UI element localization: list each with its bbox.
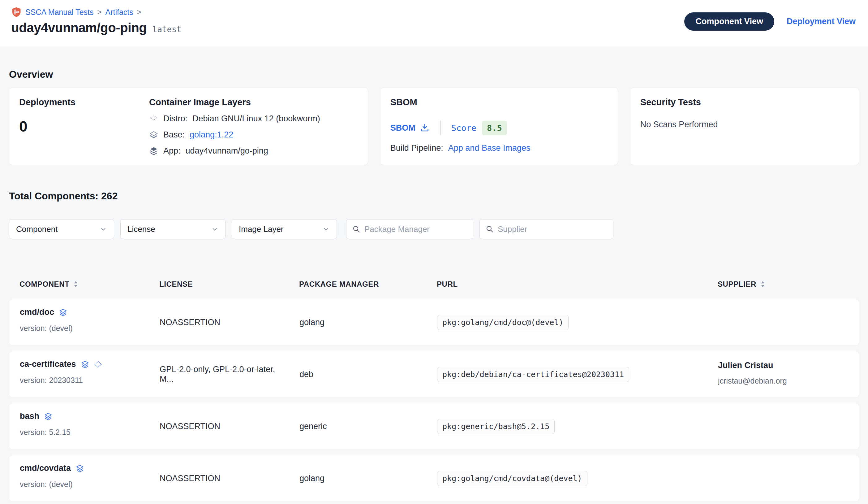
layers-icon	[81, 360, 89, 369]
license-column-label: LICENSE	[159, 280, 193, 289]
security-tests-label: Security Tests	[640, 97, 849, 108]
divider	[440, 120, 441, 135]
purl-chip: pkg:golang/cmd/covdata@(devel)	[437, 471, 587, 486]
sbom-download-link[interactable]: SBOM	[390, 123, 430, 133]
search-icon	[352, 225, 361, 233]
build-pipeline-link[interactable]: App and Base Images	[448, 143, 530, 153]
chevron-down-icon	[322, 225, 330, 233]
package-manager-cell: generic	[299, 422, 437, 431]
app-label: App:	[163, 146, 180, 156]
breadcrumb-artifacts-link[interactable]: Artifacts	[105, 8, 133, 17]
supplier-search	[479, 219, 613, 239]
image-layers-section: Container Image Layers Distro: Debian GN…	[149, 97, 358, 155]
supplier-search-input[interactable]	[498, 224, 608, 234]
main-content: Overview Deployments 0 Container Image L…	[0, 69, 868, 502]
component-name: cmd/covdata	[20, 463, 71, 473]
base-line: Base: golang:1.22	[149, 130, 358, 140]
layers-three-icon	[149, 147, 158, 156]
component-filter-label: Component	[16, 224, 58, 234]
chevron-down-icon	[211, 225, 218, 233]
deployments-count: 0	[19, 118, 149, 135]
base-image-link[interactable]: golang:1.22	[190, 130, 233, 140]
sbom-download-label: SBOM	[390, 123, 415, 133]
package-manager-cell: golang	[299, 317, 437, 327]
license-cell: NOASSERTION	[159, 422, 299, 431]
purl-cell: pkg:generic/bash@5.2.15	[437, 419, 718, 434]
table-row[interactable]: cmd/covdata version: (devel) NOASSERTION…	[9, 455, 859, 502]
base-label: Base:	[163, 130, 185, 140]
ssca-shield-logo-icon	[11, 7, 22, 17]
component-cell: bash version: 5.2.15	[20, 403, 159, 437]
component-name: ca-certificates	[20, 360, 76, 369]
layers-icon	[44, 412, 52, 421]
search-icon	[485, 225, 494, 233]
download-icon[interactable]	[420, 123, 430, 133]
deployments-label: Deployments	[19, 97, 149, 108]
image-layers-label: Container Image Layers	[149, 97, 358, 108]
breadcrumb-project-link[interactable]: SSCA Manual Tests	[25, 8, 93, 17]
license-cell: GPL-2.0-only, GPL-2.0-or-later, M...	[159, 365, 299, 384]
diamond-dashed-icon	[149, 114, 158, 123]
column-header-component[interactable]: COMPONENT	[20, 280, 159, 289]
table-row[interactable]: cmd/doc version: (devel) NOASSERTION gol…	[9, 299, 859, 345]
filters-bar: Component License Image Layer	[9, 219, 859, 239]
diamond-dashed-icon	[94, 360, 102, 369]
component-version: version: (devel)	[20, 324, 159, 333]
breadcrumb-separator: >	[137, 8, 141, 17]
component-name: bash	[20, 411, 39, 421]
component-view-button[interactable]: Component View	[684, 12, 774, 31]
license-filter-select[interactable]: License	[120, 219, 226, 239]
image-layer-filter-select[interactable]: Image Layer	[232, 219, 337, 239]
sort-icon[interactable]	[73, 281, 79, 288]
security-tests-status: No Scans Performed	[640, 120, 849, 129]
package-manager-column-label: PACKAGE MANAGER	[299, 280, 379, 289]
chevron-down-icon	[100, 225, 107, 233]
component-filter-select[interactable]: Component	[9, 219, 114, 239]
package-manager-search	[346, 219, 473, 239]
table-header: COMPONENT LICENSE PACKAGE MANAGER PURL S…	[9, 277, 859, 292]
build-pipeline-label: Build Pipeline:	[390, 143, 443, 153]
breadcrumb-separator: >	[97, 8, 102, 17]
table-row[interactable]: ca-certificates version: 20230311 GPL-2.…	[9, 351, 859, 397]
purl-cell: pkg:golang/cmd/doc@(devel)	[437, 315, 718, 330]
package-manager-cell: golang	[299, 474, 437, 483]
sbom-score-label: Score	[451, 123, 476, 133]
app-value: uday4vunnam/go-ping	[186, 146, 268, 156]
sort-icon[interactable]	[760, 281, 766, 288]
distro-line: Distro: Debian GNU/Linux 12 (bookworm)	[149, 114, 358, 123]
supplier-name: Julien Cristau	[718, 361, 848, 370]
view-toggle: Component View Deployment View	[684, 12, 856, 31]
table-row[interactable]: bash version: 5.2.15 NOASSERTION generic…	[9, 403, 859, 450]
column-header-license: LICENSE	[159, 280, 299, 289]
overview-heading: Overview	[9, 69, 859, 80]
supplier-column-label: SUPPLIER	[718, 280, 756, 289]
license-cell: NOASSERTION	[159, 317, 299, 327]
distro-value: Debian GNU/Linux 12 (bookworm)	[193, 114, 320, 123]
deployment-view-button[interactable]: Deployment View	[787, 17, 856, 26]
total-components-heading: Total Components: 262	[9, 190, 859, 202]
supplier-cell: Julien Cristau jcristau@debian.org	[718, 351, 848, 385]
package-manager-search-input[interactable]	[364, 224, 468, 234]
image-layer-filter-label: Image Layer	[239, 224, 284, 234]
layers-icon	[76, 464, 84, 472]
artifact-tag: latest	[153, 25, 182, 34]
purl-chip: pkg:golang/cmd/doc@(devel)	[437, 315, 569, 330]
component-cell: cmd/covdata version: (devel)	[20, 455, 159, 489]
distro-label: Distro:	[163, 114, 187, 123]
license-filter-label: License	[127, 224, 155, 234]
deployments-section: Deployments 0	[19, 97, 149, 155]
component-version: version: 5.2.15	[20, 428, 159, 437]
package-manager-cell: deb	[299, 370, 437, 379]
component-cell: ca-certificates version: 20230311	[20, 351, 159, 385]
sbom-label: SBOM	[390, 97, 608, 108]
column-header-supplier[interactable]: SUPPLIER	[718, 280, 848, 289]
security-tests-card: Security Tests No Scans Performed	[630, 88, 859, 165]
supplier-email: jcristau@debian.org	[718, 376, 848, 385]
layers-icon	[59, 308, 67, 316]
topbar-left: SSCA Manual Tests > Artifacts > uday4vun…	[11, 7, 181, 35]
sbom-score-badge: 8.5	[482, 121, 507, 135]
component-name: cmd/doc	[20, 308, 54, 317]
breadcrumb: SSCA Manual Tests > Artifacts >	[11, 7, 181, 17]
component-cell: cmd/doc version: (devel)	[20, 299, 159, 333]
page-title: uday4vunnam/go-ping	[11, 20, 147, 35]
